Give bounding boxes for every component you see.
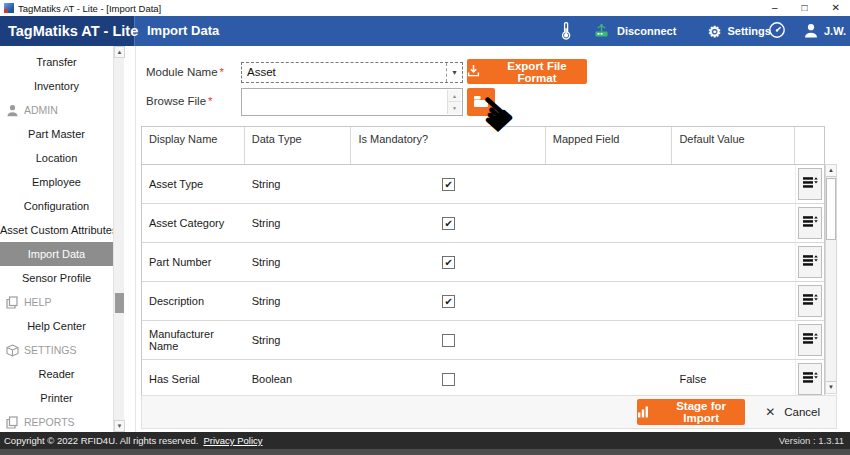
sidebar-item-configuration[interactable]: Configuration bbox=[0, 194, 113, 218]
sidebar-item-label: Inventory bbox=[34, 80, 79, 92]
spinner-up-icon[interactable]: ▲ bbox=[448, 90, 461, 102]
footer-bar: Copyright © 2022 RFID4U. All rights rese… bbox=[0, 432, 850, 449]
close-icon: ✕ bbox=[765, 405, 775, 419]
admin-user-icon bbox=[5, 104, 19, 117]
cell-is-mandatory bbox=[351, 334, 545, 347]
field-options-button[interactable] bbox=[798, 246, 822, 278]
cell-actions bbox=[795, 165, 824, 203]
sidebar-scrollbar[interactable]: ▲ ▼ bbox=[113, 46, 124, 432]
mapping-menu-icon bbox=[803, 254, 818, 270]
settings-label: Settings bbox=[727, 25, 770, 37]
required-asterisk: * bbox=[220, 66, 224, 78]
sidebar-item-admin[interactable]: ADMIN bbox=[0, 98, 113, 122]
window-bottom-edge bbox=[0, 449, 850, 455]
module-name-select[interactable]: Asset ▾ bbox=[241, 62, 463, 83]
scroll-down-icon[interactable]: ▼ bbox=[114, 420, 125, 432]
sidebar-scroll-thumb[interactable] bbox=[115, 293, 124, 313]
minimize-button[interactable]: – bbox=[772, 0, 778, 16]
close-button[interactable]: ✕ bbox=[832, 0, 840, 16]
field-options-button[interactable] bbox=[798, 363, 822, 395]
cell-data-type: String bbox=[245, 334, 352, 346]
sidebar-item-label: Asset Custom Attributes bbox=[0, 224, 117, 236]
sidebar-item-label: Part Master bbox=[28, 128, 85, 140]
cell-is-mandatory: ✔ bbox=[351, 256, 545, 269]
module-name-value: Asset bbox=[247, 66, 276, 78]
gauge-icon bbox=[768, 21, 786, 41]
disconnect-button[interactable]: Disconnect bbox=[592, 16, 676, 46]
table-scroll-thumb[interactable] bbox=[826, 178, 836, 240]
disconnect-label: Disconnect bbox=[617, 25, 676, 37]
field-options-button[interactable] bbox=[798, 285, 822, 317]
sidebar-item-inventory[interactable]: Inventory bbox=[0, 74, 113, 98]
pages-icon bbox=[5, 416, 19, 429]
input-spinner[interactable]: ▲ ▼ bbox=[447, 90, 461, 114]
cancel-button[interactable]: ✕ Cancel bbox=[755, 405, 830, 419]
cell-actions bbox=[795, 282, 824, 320]
sidebar-item-import-data[interactable]: Import Data bbox=[0, 242, 113, 266]
table-row: Description String ✔ bbox=[142, 282, 824, 321]
browse-folder-button[interactable] bbox=[467, 88, 495, 116]
sidebar-item-part-master[interactable]: Part Master bbox=[0, 122, 113, 146]
mandatory-checkbox[interactable]: ✔ bbox=[442, 178, 455, 191]
sidebar-item-location[interactable]: Location bbox=[0, 146, 113, 170]
table-row: Manufacturer Name String bbox=[142, 321, 824, 360]
field-options-button[interactable] bbox=[798, 324, 822, 356]
spinner-down-icon[interactable]: ▼ bbox=[448, 102, 461, 114]
sidebar-item-label: Help Center bbox=[27, 320, 86, 332]
mandatory-checkbox[interactable] bbox=[442, 334, 455, 347]
browse-file-input[interactable]: ▲ ▼ bbox=[241, 88, 463, 116]
stage-for-import-button[interactable]: Stage for Import bbox=[637, 399, 745, 425]
mandatory-checkbox[interactable] bbox=[442, 373, 455, 386]
column-is-mandatory: Is Mandatory? bbox=[351, 127, 545, 164]
sidebar-item-reader[interactable]: Reader bbox=[0, 362, 113, 386]
pages-icon bbox=[5, 296, 19, 309]
folder-icon bbox=[473, 95, 489, 110]
temperature-button[interactable] bbox=[560, 16, 572, 46]
scroll-up-icon[interactable]: ▲ bbox=[826, 165, 836, 177]
mandatory-checkbox[interactable]: ✔ bbox=[442, 256, 455, 269]
sidebar-item-label: Employee bbox=[32, 176, 81, 188]
privacy-policy-link[interactable]: Privacy Policy bbox=[203, 435, 262, 446]
cell-display-name: Has Serial bbox=[142, 373, 245, 385]
export-file-format-button[interactable]: Export File Format bbox=[467, 59, 587, 84]
sidebar-item-label: ADMIN bbox=[24, 98, 58, 122]
cell-actions bbox=[795, 243, 824, 281]
cell-display-name: Asset Type bbox=[142, 178, 245, 190]
scroll-down-icon[interactable]: ▼ bbox=[826, 381, 836, 393]
table-scrollbar[interactable]: ▲ ▼ bbox=[825, 164, 837, 394]
sidebar-item-transfer[interactable]: Transfer bbox=[0, 50, 113, 74]
sidebar-item-label: Printer bbox=[40, 392, 72, 404]
user-menu[interactable]: J.W. bbox=[804, 16, 846, 46]
sidebar-item-reports[interactable]: REPORTS bbox=[0, 410, 113, 434]
sidebar-item-employee[interactable]: Employee bbox=[0, 170, 113, 194]
sidebar-item-asset-custom-attributes[interactable]: Asset Custom Attributes bbox=[0, 218, 113, 242]
sidebar-item-sensor-profile[interactable]: Sensor Profile bbox=[0, 266, 113, 290]
cell-actions bbox=[795, 321, 824, 359]
mandatory-checkbox[interactable]: ✔ bbox=[442, 295, 455, 308]
field-options-button[interactable] bbox=[798, 207, 822, 239]
gear-icon: ⚙ bbox=[708, 24, 721, 39]
cell-actions bbox=[795, 360, 824, 395]
sidebar-item-help[interactable]: HELP bbox=[0, 290, 113, 314]
user-icon bbox=[804, 23, 818, 40]
maximize-button[interactable]: □ bbox=[802, 0, 808, 16]
required-asterisk: * bbox=[208, 95, 212, 107]
settings-button[interactable]: ⚙ Settings bbox=[708, 16, 771, 46]
cell-data-type: String bbox=[245, 178, 352, 190]
sidebar-item-label: Configuration bbox=[24, 200, 89, 212]
cell-actions bbox=[795, 204, 824, 242]
mandatory-checkbox[interactable]: ✔ bbox=[442, 217, 455, 230]
sidebar-item-printer[interactable]: Printer bbox=[0, 386, 113, 410]
thermometer-icon bbox=[560, 21, 572, 42]
dashboard-gauge-button[interactable] bbox=[768, 16, 786, 46]
scroll-up-icon[interactable]: ▲ bbox=[114, 46, 125, 58]
sidebar-item-settings[interactable]: SETTINGS bbox=[0, 338, 113, 362]
cell-data-type: String bbox=[245, 217, 352, 229]
action-bar: Stage for Import ✕ Cancel bbox=[141, 395, 837, 429]
cell-display-name: Asset Category bbox=[142, 217, 245, 229]
cell-is-mandatory: ✔ bbox=[351, 178, 545, 191]
table-body: Asset Type String ✔ Asset Category Strin… bbox=[142, 165, 824, 395]
sidebar-item-help-center[interactable]: Help Center bbox=[0, 314, 113, 338]
window-title: TagMatiks AT - Lite - [Import Data] bbox=[18, 3, 161, 14]
field-options-button[interactable] bbox=[798, 168, 822, 200]
